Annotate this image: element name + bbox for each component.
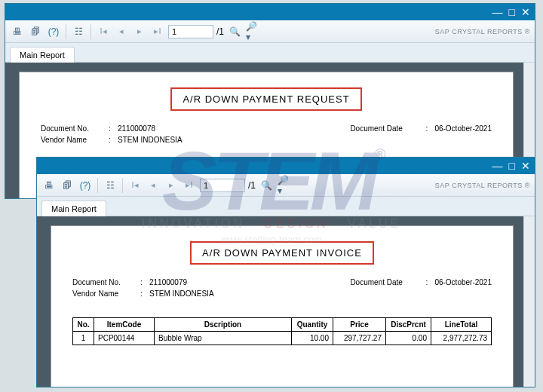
doc-no-row: Document No. : 211000079 Document Date :… [72,278,492,286]
search-icon[interactable]: 🔍 [259,178,274,193]
prev-page-icon[interactable]: ◂ [114,24,129,39]
col-disc: DiscPrcnt [386,318,431,332]
tab-main-report[interactable]: Main Report [41,201,106,216]
close-icon[interactable]: ✕ [521,7,530,17]
print-icon[interactable]: 🖶 [41,178,57,193]
vertical-scrollbar[interactable] [523,216,535,387]
doc-no-row: Document No. : 211000078 Document Date :… [41,124,492,133]
cell-qty: 10.00 [292,332,333,345]
line-items-table: No. ItemCode Dscription Quantity Price D… [72,317,492,345]
page-total: /1 [248,180,256,191]
prev-page-icon[interactable]: ◂ [146,178,161,193]
page-number-input[interactable] [168,25,213,38]
doc-date-label: Document Date [350,278,425,286]
vendor-value: STEM INDONESIA [149,289,214,298]
copy-icon[interactable]: 🗐 [28,24,43,39]
doc-no-value: 211000078 [118,124,155,133]
copy-icon[interactable]: 🗐 [60,178,75,193]
cell-desc: Bubble Wrap [155,332,292,345]
tabstrip: Main Report [5,43,535,63]
cell-total: 2,977,272.73 [431,332,492,345]
vendor-label: Vendor Name [41,136,109,144]
tree-icon[interactable]: ☷ [103,178,118,193]
close-icon[interactable]: ✕ [521,161,530,171]
vendor-row: Vendor Name : STEM INDONESIA [72,289,492,298]
titlebar: — □ ✕ [37,158,535,174]
separator [90,24,91,39]
brand-label: SAP CRYSTAL REPORTS ® [435,28,530,35]
last-page-icon[interactable]: ▸I [150,24,165,39]
cell-price: 297,727.27 [333,332,386,345]
minimize-icon[interactable]: — [492,161,503,171]
col-total: LineTotal [431,318,492,332]
last-page-icon[interactable]: ▸I [182,178,197,193]
col-price: Price [333,318,386,332]
doc-no-label: Document No. [72,278,140,286]
help-icon[interactable]: (?) [78,178,93,193]
next-page-icon[interactable]: ▸ [164,178,179,193]
doc-date-value: 06-October-2021 [434,124,492,133]
table-row: 1 PCP00144 Bubble Wrap 10.00 297,727.27 … [73,332,492,345]
first-page-icon[interactable]: I◂ [96,24,111,39]
first-page-icon[interactable]: I◂ [127,178,143,193]
page-number-input[interactable] [200,179,245,192]
title-highlight: A/R DOWN PAYMENT REQUEST [170,87,361,111]
toolbar: 🖶 🗐 (?) ☷ I◂ ◂ ▸ ▸I /1 🔍 🔎▾ SAP CRYSTAL … [37,174,535,197]
doc-date-label: Document Date [350,124,425,133]
maximize-icon[interactable]: □ [509,7,515,17]
col-desc: Dscription [155,318,292,332]
separator [66,24,66,39]
doc-no-value: 211000079 [149,278,187,286]
next-page-icon[interactable]: ▸ [132,24,147,39]
minimize-icon[interactable]: — [492,7,503,17]
doc-date-value: 06-October-2021 [434,278,492,286]
brand-label: SAP CRYSTAL REPORTS ® [435,182,530,189]
document-title: A/R DOWN PAYMENT INVOICE [195,244,370,262]
titlebar: — □ ✕ [5,4,535,20]
col-no: No. [73,318,94,332]
help-icon[interactable]: (?) [46,24,61,39]
cell-no: 1 [73,332,94,345]
report-viewport: A/R DOWN PAYMENT INVOICE Document No. : … [37,216,535,387]
doc-no-label: Document No. [41,124,109,133]
print-icon[interactable]: 🖶 [10,24,25,39]
report-window-invoice: — □ ✕ 🖶 🗐 (?) ☷ I◂ ◂ ▸ ▸I /1 🔍 🔎▾ SAP CR… [36,157,535,387]
document-title: A/R DOWN PAYMENT REQUEST [175,90,357,108]
table-header-row: No. ItemCode Dscription Quantity Price D… [73,318,492,332]
report-page: A/R DOWN PAYMENT INVOICE Document No. : … [51,225,514,387]
col-code: ItemCode [94,318,155,332]
tab-main-report[interactable]: Main Report [10,47,75,63]
separator [97,178,98,193]
col-qty: Quantity [292,318,333,332]
zoom-icon[interactable]: 🔎▾ [245,24,260,39]
tree-icon[interactable]: ☷ [71,24,86,39]
zoom-icon[interactable]: 🔎▾ [277,178,292,193]
cell-code: PCP00144 [94,332,155,345]
tabstrip: Main Report [37,197,535,216]
title-highlight: A/R DOWN PAYMENT INVOICE [190,241,374,265]
search-icon[interactable]: 🔍 [227,24,242,39]
separator [122,178,123,193]
cell-disc: 0.00 [386,332,431,345]
vendor-label: Vendor Name [72,289,140,298]
vendor-row: Vendor Name : STEM INDONESIA [41,136,492,144]
toolbar: 🖶 🗐 (?) ☷ I◂ ◂ ▸ ▸I /1 🔍 🔎▾ SAP CRYSTAL … [5,20,535,43]
vendor-value: STEM INDONESIA [118,136,183,144]
page-total: /1 [216,26,224,37]
maximize-icon[interactable]: □ [509,161,515,171]
